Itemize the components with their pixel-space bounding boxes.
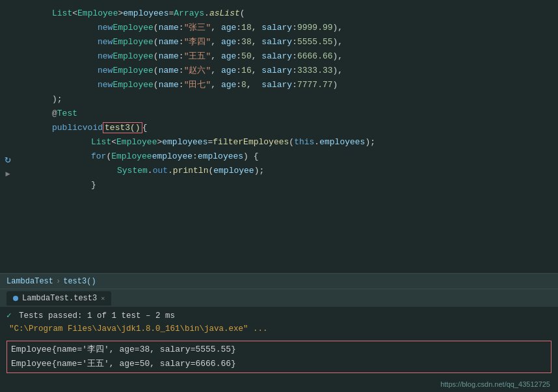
- code-line-9: public void test3() {: [0, 121, 558, 135]
- tab-bar: LambdaTest.test3 ✕: [0, 289, 558, 307]
- code-line-4: new Employee( name: "王五", age: 50, salar…: [0, 49, 558, 64]
- result-line-2: Employee{name='王五', age=50, salary=6666.…: [11, 357, 547, 371]
- bottom-url[interactable]: https://blog.csdn.net/qq_43512725: [440, 380, 550, 388]
- method-highlight: test3(): [103, 122, 142, 133]
- code-line-13: }: [0, 178, 558, 192]
- console-command-line: "C:\Program Files\Java\jdk1.8.0_161\bin\…: [7, 322, 551, 335]
- code-line-8: @Test: [0, 107, 558, 121]
- tab-lambdatest[interactable]: LambdaTest.test3 ✕: [7, 291, 111, 306]
- employee-type-3: Employee: [113, 35, 153, 49]
- result-box: Employee{name='李四', age=38, salary=5555.…: [7, 341, 551, 373]
- console-pass-line: ✓ Tests passed: 1 of 1 test – 2 ms: [7, 309, 551, 322]
- console-pass-text: Tests passed: 1 of 1 test – 2 ms: [19, 311, 175, 320]
- breadcrumb-part1[interactable]: LambdaTest: [7, 277, 53, 286]
- type-span: List: [52, 7, 72, 21]
- code-line-1: List<Employee> employees = Arrays.asList…: [0, 7, 558, 21]
- console-area: ✓ Tests passed: 1 of 1 test – 2 ms "C:\P…: [0, 307, 558, 338]
- breadcrumb-part2[interactable]: test3(): [63, 277, 96, 286]
- code-line-12: System.out.println(employee);: [0, 164, 558, 178]
- employee-type-1: Employee: [77, 7, 118, 21]
- editor-container: ↻ ▶ List<Employee> employees = Arrays.as…: [0, 0, 558, 392]
- code-line-10: List<Employee> employees = filterEmploye…: [0, 135, 558, 150]
- employee-type-2: Employee: [113, 21, 153, 35]
- close-icon[interactable]: ✕: [101, 294, 105, 302]
- result-line-1: Employee{name='李四', age=38, salary=5555.…: [11, 343, 547, 357]
- breadcrumb-separator: ›: [56, 277, 60, 286]
- tab-label: LambdaTest.test3: [22, 294, 97, 303]
- code-line-3: new Employee( name: "李四", age: 38, salar…: [0, 35, 558, 49]
- employee-type-6: Employee: [113, 78, 153, 92]
- code-line-2: new Employee( name: "张三", age: 18, salar…: [0, 21, 558, 35]
- breadcrumb-bar: LambdaTest › test3(): [0, 273, 558, 289]
- arrow-icon[interactable]: ▶: [1, 167, 14, 180]
- console-command-text: "C:\Program Files\Java\jdk1.8.0_161\bin\…: [9, 324, 268, 333]
- gutter-icons: ↻ ▶: [1, 153, 14, 180]
- code-line-5: new Employee( name: "赵六", age: 16, salar…: [0, 64, 558, 78]
- code-line-7: );: [0, 92, 558, 107]
- employee-type-4: Employee: [113, 49, 153, 64]
- pass-checkmark-icon: ✓: [7, 311, 12, 320]
- tab-icon: [13, 296, 18, 301]
- code-line-11: for (Employee employee : employees) {: [0, 150, 558, 164]
- code-line-6: new Employee( name: "田七", age: 8, salary…: [0, 78, 558, 92]
- employee-type-5: Employee: [113, 64, 153, 78]
- code-area: ↻ ▶ List<Employee> employees = Arrays.as…: [0, 0, 558, 273]
- redo-icon[interactable]: ↻: [1, 153, 14, 166]
